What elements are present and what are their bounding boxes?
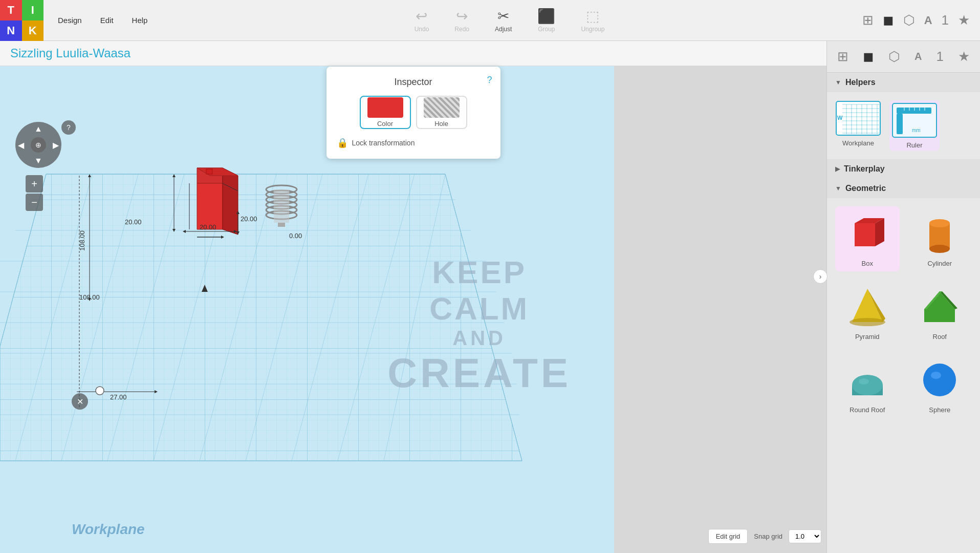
nav-down-arrow[interactable]: ▼ [34,156,42,165]
favorites-icon[interactable]: ★ [958,12,970,28]
nav-right-arrow[interactable]: ▶ [53,140,59,150]
pyramid-icon [844,284,890,330]
tinkerplay-header[interactable]: ▶ Tinkerplay [827,159,980,179]
title-bar: Sizzling Luulia-Waasa [0,41,826,66]
calm-text: CALM [387,290,571,327]
redo-button[interactable]: ↪ Redo [449,5,474,36]
bottom-controls: Edit grid Snap grid 1.0 0.5 0.25 2.0 [708,529,821,544]
svg-text:20.00: 20.00 [241,215,257,223]
svg-line-19 [246,174,322,461]
ungroup-button[interactable]: ⬚ Ungroup [576,5,609,36]
color-button[interactable]: Color [360,96,411,129]
panel-text-icon[interactable]: A [914,51,922,62]
roof-label: Roof [933,333,947,341]
svg-rect-40 [278,223,285,227]
panel-wireframe-icon[interactable]: ⬡ [888,49,900,65]
shape-pyramid[interactable]: Pyramid [835,280,900,345]
menu-help[interactable]: Help [123,12,157,29]
tinkerplay-section: ▶ Tinkerplay [827,159,980,179]
snap-grid-label: Snap grid [754,533,782,540]
cylinder-icon [917,210,963,257]
geometric-header[interactable]: ▼ Geometric [827,179,980,198]
inspector-options: Color Hole [337,96,490,129]
inspector-panel: Inspector ? Color Hole 🔒 Lock transforma… [326,67,500,159]
svg-rect-39 [274,189,289,223]
nav-center-button[interactable]: ⊕ [31,137,46,153]
help-button[interactable]: ? [61,120,76,135]
perspective-icon[interactable]: ◼ [883,12,894,28]
menu-design[interactable]: Design [49,12,91,29]
color-label: Color [377,120,393,127]
svg-point-37 [266,206,297,214]
nav-left-arrow[interactable]: ◀ [18,140,24,150]
zoom-in-button[interactable]: + [26,175,43,193]
wireframe-icon[interactable]: ⬡ [903,12,915,28]
svg-marker-26 [223,168,238,235]
svg-line-16 [107,174,184,461]
helpers-section: ▼ Helpers W [827,73,980,159]
shape-box[interactable]: Box [835,206,900,271]
ruler-label-text: Ruler [906,141,922,149]
tinkerplay-arrow: ▶ [835,165,840,173]
topbar: T I N K Design Edit Help ↩ Undo ↪ Redo ✂… [0,0,980,41]
logo-n: N [0,20,22,41]
logo-i: I [22,0,44,20]
navigation-controls: ▲ ▼ ◀ ▶ ⊕ [15,122,61,168]
geometric-title: Geometric [845,184,886,193]
adjust-label: Adjust [495,26,512,33]
zoom-controls: + − [26,175,43,211]
lock-row: 🔒 Lock transformation [337,137,490,148]
adjust-icon: ✂ [497,8,509,25]
panel-cube-icon[interactable]: ◼ [863,49,874,65]
geometric-arrow: ▼ [835,185,841,192]
zoom-out-button[interactable]: − [26,194,43,211]
hole-button[interactable]: Hole [416,96,467,129]
workplane-helper[interactable]: W [835,100,881,151]
nav-ring: ▲ ▼ ◀ ▶ ⊕ [15,122,61,168]
color-swatch [367,97,403,118]
adjust-button[interactable]: ✂ Adjust [490,5,517,36]
helpers-title: Helpers [845,78,876,87]
grid-view-icon[interactable]: ⊞ [862,12,874,28]
panel-collapse-button[interactable]: › [813,269,827,284]
nav-up-arrow[interactable]: ▲ [34,124,42,134]
shape-cylinder[interactable]: Cylinder [908,206,972,271]
shape-sphere[interactable]: Sphere [908,353,972,418]
svg-rect-75 [897,114,903,134]
text-size-icon[interactable]: A [924,14,932,27]
panel-grid-icon[interactable]: ⊞ [837,49,848,65]
keep-calm-text: KEEP CALM AND CREATE [387,254,571,397]
shape-round-roof[interactable]: Round Roof [835,353,900,418]
workplane-label: Workplane [72,521,145,538]
redo-label: Redo [454,26,469,33]
svg-point-36 [266,201,297,209]
group-label: Group [538,26,555,33]
svg-rect-1 [0,41,614,553]
svg-rect-56 [836,101,880,135]
ungroup-icon: ⬚ [586,8,599,25]
svg-marker-2 [0,174,522,461]
svg-line-13 [0,174,46,461]
svg-text:27.00: 27.00 [110,393,127,401]
shape-roof[interactable]: Roof [908,280,972,345]
inspector-help-icon[interactable]: ? [487,75,492,86]
helpers-header[interactable]: ▼ Helpers [827,73,980,92]
toolbar-right: ⊞ ◼ ⬡ A 1 ★ [862,12,970,28]
tinkerplay-title: Tinkerplay [844,164,885,174]
svg-text:108.00: 108.00 [78,230,86,251]
ungroup-label: Ungroup [581,26,604,33]
cancel-button[interactable]: ✕ [72,393,88,410]
snap-grid-select[interactable]: 1.0 0.5 0.25 2.0 [789,529,821,543]
svg-text:mm: mm [912,127,921,133]
group-button[interactable]: ⬛ Group [532,5,560,36]
helpers-arrow: ▼ [835,79,841,86]
menu-edit[interactable]: Edit [91,12,123,29]
panel-number-icon[interactable]: 1 [937,49,944,65]
panel-star-icon[interactable]: ★ [958,49,970,65]
edit-grid-button[interactable]: Edit grid [708,529,748,544]
ruler-helper[interactable]: mm Ruler [889,100,940,151]
tinkercad-logo[interactable]: T I N K [0,0,43,41]
cylinder-label: Cylinder [927,260,952,267]
undo-button[interactable]: ↩ Undo [409,5,434,36]
number-icon[interactable]: 1 [942,12,949,28]
